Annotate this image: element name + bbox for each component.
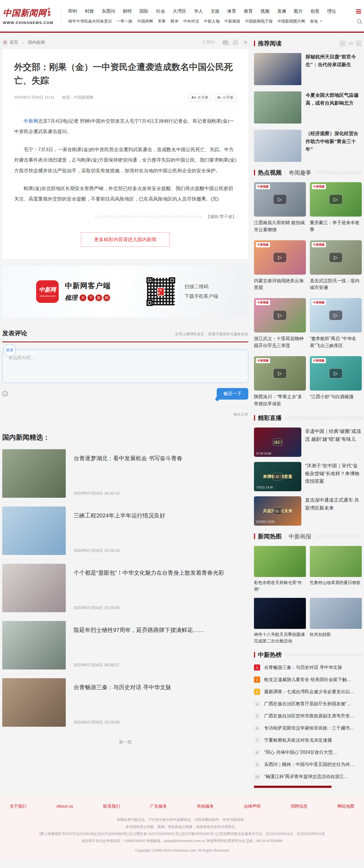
nav-item[interactable]: 理论 [327,8,336,14]
reco-prev-button[interactable]: ‹ [339,40,346,46]
footer-link[interactable]: 关于我们 [9,804,27,809]
footer-link[interactable]: 供稿服务 [197,804,214,809]
nav-item[interactable]: 军事 [158,19,165,24]
hot-ranking-text[interactable]: “同心·共铸中国心”2024甘孜行大型… [264,749,337,755]
comment-submit-button[interactable]: 畅言一下 [217,388,248,400]
news-item-title[interactable]: 个个都是“显眼包”！中华文化魅力在台青身上散发着青春光彩 [74,568,248,577]
nav-item[interactable]: 体育 [227,8,236,14]
recommended-item-title[interactable]: 探秘杭州天目盏“前世今生”：当代传承话新生 [306,53,362,85]
news-thumbnail[interactable] [2,621,66,670]
live-thumbnail[interactable]: 共迎湾区新未来 ▷ 6月30日 15:00 [254,496,301,526]
hot-ranking-item[interactable]: 4 广西壮族自治区教育厅原副厅长孙国友被“… [254,701,362,707]
recommended-item[interactable]: （经济观察）深化经贸合作助力中哈新“黄金三十年” [254,130,362,162]
hot-ranking-text[interactable]: 枪支泛滥威胁儿童安全 给美国社会留下触… [264,677,351,683]
video-caption[interactable]: 江西南昌久雨初晴 航拍城市云雾缭绕 [254,219,306,234]
photo-caption[interactable]: 神舟十八号航天员乘组圆满完成第二次出舱活动 [254,631,306,644]
recommended-thumbnail[interactable] [254,91,301,124]
comment-input[interactable] [2,350,248,383]
search-icon[interactable] [357,19,361,23]
video-caption[interactable]: 重庆綦江：李子迎来丰收季 [310,219,362,234]
video-caption[interactable]: 陕西洛川：“苹果之乡”多举措抗旱保苗 [254,393,306,407]
hot-ranking-text[interactable]: 最新调查：七成台湾民众减少非必要支出以… [264,689,355,695]
nav-item[interactable]: 中国新闻电子报 [245,19,273,24]
recommended-thumbnail[interactable] [254,130,301,162]
video-thumbnail[interactable]: 中新视频 ▷ [254,298,306,333]
breadcrumb-home[interactable]: 首页 [9,40,18,44]
video-thumbnail[interactable]: 中新视频 ▷ [310,182,362,217]
nav-item[interactable]: 一带一路 [117,19,132,24]
video-thumbnail[interactable]: 中新视频 ▷ [254,182,306,217]
nav-item[interactable]: 东西问 [101,8,115,14]
photo-thumbnail[interactable] [254,546,306,577]
nav-item[interactable]: 社会 [156,8,165,14]
hot-ranking-item[interactable]: 5 广西壮族自治区贺州市政协原副主席韦升安… [254,713,362,719]
reco-next-button[interactable]: › [356,40,362,46]
news-item-title[interactable]: 三峡工程2024年上半年运行情况良好 [74,511,248,520]
nav-item[interactable]: 两岸 [171,19,178,24]
hot-ranking-text[interactable]: 台青畅游三秦：与历史对话 寻中华文脉 [264,665,342,671]
live-item[interactable]: 来博物馆找答案 ▷ 7月2日 14:30 “洋弟子”在中国｜宋代“金银杂货铺”长… [254,462,362,491]
photo-caption[interactable]: 杜尚别掠影 [310,631,362,638]
nav-item[interactable]: 大湾区 [173,8,186,14]
nav-item[interactable]: 视频 [261,8,270,14]
nav-item[interactable]: 华人 [194,8,203,14]
nav-item[interactable]: 中新人物 [204,19,219,24]
footer-link[interactable]: 招聘信息 [291,804,308,809]
site-logo[interactable]: 中国新闻网 中新网 WWW.CHINANEWS.COM [3,7,53,25]
nav-item[interactable]: 中新画报 [224,19,240,24]
nav-item[interactable]: 各地 [310,19,318,24]
news-item-title[interactable]: 台青畅游三秦：与历史对话 寻中华文脉 [74,683,248,692]
weibo-share-icon[interactable] [233,40,238,45]
video-card[interactable]: 中新视频 ▷ 浙江武义：十里荷花物种园开出罕见三蒂莲 [254,298,306,349]
nav-item[interactable]: 中外对话 [183,19,199,24]
app-download-banner[interactable]: 中新网 chinanews.com 中新网客户端 梳理 天下新闻 中新网 扫描二… [2,266,248,317]
login-button[interactable]: 登录 [3,344,16,356]
live-thumbnail[interactable]: 来博物馆找答案 ▷ 7月2日 14:30 [254,462,301,491]
photo-thumbnail[interactable] [310,546,362,577]
video-card[interactable]: 中新视频 ▷ 重庆綦江：李子迎来丰收季 [310,182,362,234]
hot-ranking-text[interactable]: 广西壮族自治区贺州市政协原副主席韦升安… [264,713,355,719]
more-news-button[interactable]: 更多精彩内容请进入国内新闻 [81,232,170,247]
nav-item[interactable]: 即时 [68,8,77,14]
video-thumbnail[interactable]: 中新视频 ▷ [254,240,306,275]
video-caption[interactable]: 浙江武义：十里荷花物种园开出罕见三蒂莲 [254,335,306,349]
news-thumbnail[interactable] [2,564,66,612]
footer-link[interactable]: 法律声明 [244,804,261,809]
hot-ranking-text[interactable]: 专访哈萨克斯坦汉学家哈菲佐娃：三千藏书… [264,725,355,731]
nav-item[interactable]: 创意 [310,8,320,14]
nav-item[interactable]: 图片 [294,8,303,14]
hot-ranking-text[interactable]: “楠溪江杯”两岸青年篮球交流活动在浙江… [264,774,348,780]
tab-oddities[interactable]: 奇闻趣事 [289,169,311,177]
live-item[interactable]: 共迎湾区新未来 ▷ 6月30日 15:00 直击深中通道正式通车 共迎湾区新未来 [254,496,362,526]
star-share-icon[interactable]: ★ [243,39,248,45]
refresh-button[interactable]: 换一批 [2,739,248,745]
nav-item[interactable]: 时政 [85,8,94,14]
hot-ranking-item[interactable]: 3 最新调查：七成台湾民众减少非必要支出以… [254,689,362,695]
live-thumbnail[interactable]: 越剧 ▷ 07.04 14:30 [254,428,301,457]
news-thumbnail[interactable] [2,449,66,498]
font-bigger-button[interactable]: A+大字体 [188,94,211,101]
recommended-item[interactable]: 今夏全国大部地区气温偏高，或有台风影响北方 [254,91,362,124]
nav-item[interactable]: 直播 [277,8,286,14]
video-card[interactable]: 中新视频 ▷ 陕西洛川：“苹果之乡”多举措抗旱保苗 [254,356,306,407]
live-caption[interactable]: “洋弟子”在中国｜宋代“金银杂货铺”长啥样？来博物馆找答案 [305,462,362,491]
photo-card[interactable]: 杜尚别掠影 [310,598,362,644]
news-item-title[interactable]: 陈延年烈士牺牲97周年，延乔路路牌下摆满鲜花…… [74,625,248,634]
hot-ranking-item[interactable]: 8 “同心·共铸中国心”2024甘孜行大型… [254,749,362,755]
live-item[interactable]: 越剧 ▷ 07.04 14:30 非遗中国｜经典“破圈”成顶流 越剧“越”唱“越… [254,428,362,457]
wechat-share-icon[interactable] [222,40,229,45]
hot-ranking-item[interactable]: 10 “楠溪江杯”两岸青年篮球交流活动在浙江… [254,774,362,780]
nav-item[interactable]: 铸牢中华民族共同体意识 [68,19,112,24]
video-thumbnail[interactable]: 中新视频 ▷ [310,298,362,333]
menu-icon[interactable] [356,9,361,13]
photo-thumbnail[interactable] [254,598,306,629]
hot-ranking-item[interactable]: 2 枪支泛滥威胁儿童安全 给美国社会留下触… [254,677,362,683]
hot-ranking-item[interactable]: 9 东西问｜顾炜：中国与中亚五国的交往为何… [254,762,362,768]
video-card[interactable]: 中新视频 ▷ 内蒙古柴河镇现绝美云海景观 [254,240,306,291]
nav-item[interactable]: 国际 [140,8,148,14]
news-list-item[interactable]: 个个都是“显眼包”！中华文化魅力在台青身上散发着青春光彩 2024年07月04日… [2,560,248,617]
video-card[interactable]: 中新视频 ▷ 江西南昌久雨初晴 航拍城市云雾缭绕 [254,182,306,234]
video-thumbnail[interactable]: 中新视频 ▷ [254,356,306,391]
breadcrumb-current[interactable]: 国内新闻 [28,40,45,44]
photo-card[interactable]: 彩色水稻在天府粮仓里“作画” [254,546,306,592]
